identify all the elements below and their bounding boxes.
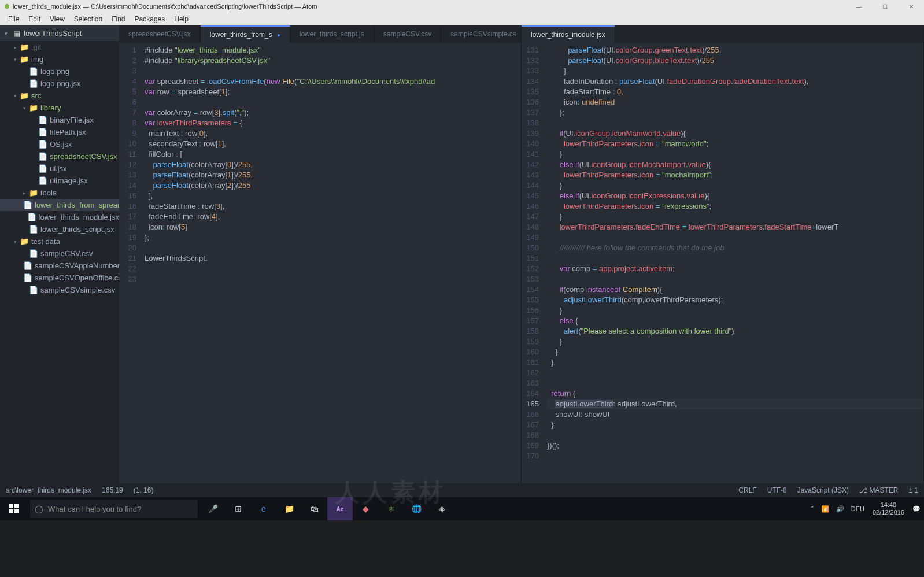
tree-item-label: lower_thirds_script.jsx: [40, 225, 114, 234]
task-view-icon[interactable]: ⊞: [226, 497, 251, 520]
tree-item[interactable]: 📄uiImage.jsx: [0, 175, 119, 187]
svg-rect-0: [9, 504, 13, 508]
tree-item-label: sampleCSVAppleNumbers.cs: [35, 261, 119, 270]
minimize-button[interactable]: —: [846, 0, 872, 13]
tab-label: sampleCSV.csv: [383, 30, 432, 38]
tree-item[interactable]: 📄filePath.jsx: [0, 126, 119, 138]
tree-item[interactable]: 📄OS.jsx: [0, 138, 119, 150]
tree-item[interactable]: 📄logo.png: [0, 65, 119, 77]
editor-tab[interactable]: lower_thirds_module.jsx: [522, 25, 615, 43]
folder-icon: 📁: [29, 188, 38, 197]
file-icon: 📄: [38, 176, 47, 185]
maximize-button[interactable]: ☐: [872, 0, 898, 13]
menu-file[interactable]: File: [3, 15, 24, 23]
code-editor-right[interactable]: 1311321331341351361371381391401411421431…: [522, 43, 923, 483]
status-filepath[interactable]: src\lower_thirds_module.jsx: [6, 486, 91, 494]
tree-item[interactable]: 📄binaryFile.jsx: [0, 114, 119, 126]
tab-label: lower_thirds_module.jsx: [531, 31, 605, 39]
tree-item[interactable]: 📄logo.png.jsx: [0, 77, 119, 90]
menu-help[interactable]: Help: [169, 15, 193, 23]
project-name: lowerThirdsScript: [24, 29, 82, 38]
tray-clock[interactable]: 14:40 02/12/2016: [868, 501, 909, 516]
mic-icon[interactable]: 🎤: [200, 497, 226, 520]
status-changes[interactable]: ± 1: [908, 486, 918, 494]
editor-tab[interactable]: lower_thirds_from_s●: [201, 25, 290, 43]
file-icon: 📄: [38, 164, 47, 173]
folder-icon: 📁: [20, 91, 29, 100]
menu-edit[interactable]: Edit: [24, 15, 45, 23]
atom-icon[interactable]: ⚛: [378, 497, 404, 520]
edge-icon[interactable]: e: [251, 497, 276, 520]
line-gutter: 1311321331341351361371381391401411421431…: [522, 43, 545, 483]
svg-rect-2: [9, 509, 13, 513]
tree-item[interactable]: 📄sampleCSVOpenOffice.csv: [0, 272, 119, 284]
tree-item[interactable]: 📁img: [0, 53, 119, 65]
file-icon: 📄: [29, 225, 38, 234]
file-tree[interactable]: ▤ lowerThirdsScript 📁.git📁img📄logo.png📄l…: [0, 25, 119, 483]
cortana-search[interactable]: ◯ What can I help you to find?: [30, 500, 198, 518]
editor-tab[interactable]: lower_thirds_script.js: [290, 25, 374, 43]
tree-root[interactable]: ▤ lowerThirdsScript: [0, 25, 119, 41]
chevron-down-icon: [5, 31, 8, 36]
code-area[interactable]: #include "lower_thirds_module.jsx"#inclu…: [142, 43, 521, 483]
file-icon: 📄: [23, 201, 32, 209]
chrome-icon[interactable]: 🌐: [404, 497, 429, 520]
tree-item-label: logo.png: [40, 67, 69, 76]
close-button[interactable]: ✕: [898, 0, 924, 13]
file-icon: 📄: [38, 152, 47, 161]
tree-item[interactable]: 📄lower_thirds_module.jsx: [0, 211, 119, 223]
tray-language[interactable]: DEU: [848, 505, 868, 512]
tree-item-label: lower_thirds_module.jsx: [39, 213, 119, 221]
menu-find[interactable]: Find: [107, 15, 130, 23]
menu-view[interactable]: View: [45, 15, 69, 23]
status-line-ending[interactable]: CRLF: [738, 486, 756, 494]
tab-label: spreadsheetCSV.jsx: [128, 30, 191, 38]
line-gutter: 1234567891011121314151617181920212223: [119, 43, 142, 483]
tree-item[interactable]: 📄lower_thirds_script.jsx: [0, 223, 119, 235]
tree-item[interactable]: 📄ui.jsx: [0, 162, 119, 175]
tree-item[interactable]: 📁test data: [0, 235, 119, 247]
tree-item[interactable]: 📄sampleCSVsimple.csv: [0, 284, 119, 296]
tree-item-label: logo.png.jsx: [40, 79, 80, 88]
tree-item-label: lower_thirds_from_spreadshe: [35, 201, 119, 209]
app-icon[interactable]: ◆: [353, 497, 378, 520]
search-placeholder: What can I help you to find?: [48, 505, 141, 513]
tree-item[interactable]: 📁tools: [0, 187, 119, 199]
tab-label: sampleCSVsimple.cs: [450, 30, 516, 38]
chevron-right-icon: [23, 190, 29, 196]
status-branch[interactable]: ⎇ MASTER: [859, 486, 898, 494]
status-encoding[interactable]: UTF-8: [767, 486, 787, 494]
menu-selection[interactable]: Selection: [69, 15, 107, 23]
explorer-icon[interactable]: 📁: [276, 497, 302, 520]
chevron-down-icon: [23, 105, 29, 111]
store-icon[interactable]: 🛍: [302, 497, 327, 520]
tray-network-icon[interactable]: 📶: [818, 505, 833, 513]
tree-item[interactable]: 📁src: [0, 90, 119, 102]
tree-item[interactable]: 📄sampleCSV.csv: [0, 247, 119, 260]
book-icon: ▤: [13, 29, 20, 38]
tree-item-label: uiImage.jsx: [50, 176, 88, 185]
editor-tab[interactable]: sampleCSV.csv: [374, 25, 442, 43]
code-editor-left[interactable]: 1234567891011121314151617181920212223 #i…: [119, 43, 521, 483]
app2-icon[interactable]: ◈: [429, 497, 454, 520]
window-title: lower_thirds_module.jsx — C:\Users\mmohl…: [13, 3, 317, 10]
file-icon: 📄: [38, 140, 47, 149]
tab-bar-left: spreadsheetCSV.jsxlower_thirds_from_s●lo…: [119, 25, 521, 43]
start-button[interactable]: [0, 497, 28, 520]
status-language[interactable]: JavaScript (JSX): [797, 486, 849, 494]
tree-item[interactable]: 📄lower_thirds_from_spreadshe: [0, 199, 119, 211]
tree-item[interactable]: 📁.git: [0, 41, 119, 53]
aftereffects-icon[interactable]: Ae: [327, 497, 353, 520]
tree-item[interactable]: 📁library: [0, 102, 119, 114]
tree-item[interactable]: 📄sampleCSVAppleNumbers.cs: [0, 260, 119, 272]
tray-volume-icon[interactable]: 🔊: [833, 505, 848, 513]
folder-icon: 📁: [29, 103, 38, 112]
menu-packages[interactable]: Packages: [130, 15, 170, 23]
notifications-icon[interactable]: 💬: [909, 505, 924, 513]
editor-tab[interactable]: spreadsheetCSV.jsx: [119, 25, 201, 43]
tree-item[interactable]: 📄spreadsheetCSV.jsx: [0, 150, 119, 162]
editor-tab[interactable]: sampleCSVsimple.cs: [441, 25, 526, 43]
tray-chevron-icon[interactable]: ˄: [807, 505, 818, 513]
code-area[interactable]: parseFloat(UI.colorGroup.greenText.text)…: [545, 43, 923, 483]
status-cursor-pos[interactable]: 165:19: [102, 486, 123, 494]
